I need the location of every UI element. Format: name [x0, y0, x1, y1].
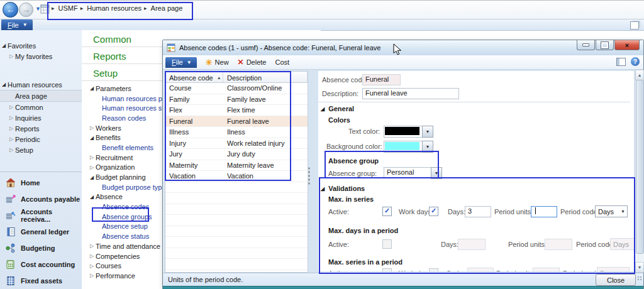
- panel-splitter[interactable]: [308, 71, 311, 271]
- status-text: Units of the period code.: [168, 276, 243, 283]
- column-header-absence-code[interactable]: Absence code▲: [165, 72, 223, 82]
- column-header-description[interactable]: Description: [223, 72, 308, 82]
- sidebar-group-human-resources[interactable]: Human resources: [0, 79, 82, 90]
- expander-collapsed-icon: [88, 155, 96, 160]
- sidebar-group-favorites[interactable]: Favorites: [0, 40, 82, 51]
- expander-collapsed-icon: [8, 147, 15, 153]
- table-row-empty[interactable]: [165, 248, 308, 259]
- sidebar-item-reports[interactable]: Reports: [0, 123, 82, 134]
- scroll-up-icon[interactable]: ▲: [635, 70, 644, 80]
- app-file-menu-button[interactable]: File▼: [1, 19, 33, 30]
- module-budgeting[interactable]: Budgeting: [0, 240, 82, 256]
- work-days-checkbox[interactable]: [429, 268, 438, 271]
- table-row-empty[interactable]: [165, 259, 308, 270]
- chevron-down-icon: ▼: [187, 60, 192, 65]
- absence-codes-dialog: Absence codes (1 - usmf) - Absence code:…: [162, 40, 644, 289]
- module-fixed-assets[interactable]: Fixed assets: [0, 273, 82, 289]
- breadcrumb-item-company[interactable]: USMF: [52, 4, 78, 12]
- days-input[interactable]: [458, 239, 486, 250]
- table-row[interactable]: CourseClassroom/Online: [165, 83, 308, 94]
- sidebar-item-setup[interactable]: Setup: [0, 144, 82, 155]
- days-input[interactable]: 3: [465, 206, 491, 217]
- table-row-empty[interactable]: [165, 204, 308, 215]
- absence-group-label: Absence group:: [328, 170, 377, 177]
- scrollbar-thumb[interactable]: [636, 80, 644, 254]
- table-row[interactable]: VacationVacation: [165, 171, 308, 182]
- table-row[interactable]: JuryJury duty: [165, 149, 308, 160]
- absence-code-field[interactable]: Funeral: [362, 74, 401, 85]
- breadcrumb-item-page[interactable]: Area page: [144, 4, 182, 12]
- new-button[interactable]: ✳New: [206, 58, 229, 67]
- active-checkbox[interactable]: [382, 239, 392, 249]
- module-cost-accounting[interactable]: Cost accounting: [0, 256, 82, 273]
- scroll-down-icon[interactable]: ▼: [635, 262, 644, 273]
- absence-group-dropdown[interactable]: Personal ▼: [384, 167, 442, 179]
- active-checkbox[interactable]: [382, 207, 392, 216]
- dialog-titlebar[interactable]: Absence codes (1 - usmf) - Absence code:…: [163, 40, 643, 55]
- expander-collapsed-icon: [88, 273, 96, 278]
- help-icon[interactable]: ?: [631, 57, 640, 66]
- layout-pane-icon[interactable]: [616, 58, 626, 66]
- sidebar-item-my-favorites[interactable]: My favorites: [0, 51, 82, 62]
- area-page-icon: [40, 4, 50, 15]
- vertical-scrollbar[interactable]: ▲ ▼: [635, 70, 644, 273]
- work-days-checkbox[interactable]: [429, 207, 438, 216]
- cascade-windows-icon[interactable]: [630, 21, 639, 30]
- delete-button[interactable]: ✕Delete: [238, 58, 267, 67]
- chevron-down-icon[interactable]: ▼: [422, 141, 433, 153]
- table-row-empty[interactable]: [165, 193, 308, 204]
- minimize-icon: [582, 43, 589, 46]
- series-input[interactable]: [467, 268, 494, 271]
- chevron-down-icon[interactable]: ▼: [422, 126, 433, 138]
- fixed-assets-icon: [5, 275, 16, 286]
- table-row-selected[interactable]: FuneralFuneral leave: [165, 116, 308, 128]
- expander-collapsed-icon: [88, 253, 96, 259]
- close-button[interactable]: Close: [596, 274, 636, 286]
- description-field[interactable]: Funeral leave: [362, 88, 459, 99]
- period-units-input[interactable]: [531, 206, 557, 217]
- table-row-empty[interactable]: [165, 215, 308, 226]
- module-accounts-payable[interactable]: Accounts payable: [0, 191, 82, 207]
- absence-group-heading: Absence group: [328, 157, 379, 165]
- module-accounts-receivable[interactable]: Accounts receiva...: [0, 207, 82, 224]
- dialog-file-menu-button[interactable]: File▼: [165, 57, 197, 68]
- table-row-empty[interactable]: [165, 182, 308, 194]
- table-row[interactable]: InjuryWork related injury: [165, 138, 308, 150]
- general-section-header[interactable]: ◢General: [321, 105, 354, 112]
- forward-button[interactable]: →: [19, 3, 33, 17]
- table-row[interactable]: IllnessIlness: [165, 127, 308, 138]
- text-color-dropdown[interactable]: ▼: [384, 126, 433, 138]
- minimize-button[interactable]: [577, 40, 595, 50]
- table-row[interactable]: MaternityMaternity leave: [165, 160, 308, 172]
- module-general-ledger[interactable]: General ledger: [0, 224, 82, 240]
- dialog-title: Absence codes (1 - usmf) - Absence code:…: [179, 44, 380, 52]
- table-row-empty[interactable]: [165, 237, 308, 248]
- chevron-down-icon[interactable]: ▼: [431, 167, 442, 179]
- validations-section-header[interactable]: ◢Validations: [321, 185, 365, 192]
- sidebar-item-area-page[interactable]: Area page: [0, 90, 82, 102]
- table-row-empty[interactable]: [165, 226, 308, 237]
- module-home[interactable]: Home: [0, 175, 82, 191]
- period-code-dropdown[interactable]: Days▼: [595, 205, 628, 217]
- resize-grip[interactable]: [637, 276, 642, 281]
- period-code-dropdown[interactable]: Days: [597, 267, 630, 271]
- expander-collapsed-icon: [8, 126, 15, 131]
- sidebar-item-periodic[interactable]: Periodic: [0, 134, 82, 144]
- table-row[interactable]: FamilyFamily leave: [165, 94, 308, 106]
- active-checkbox[interactable]: [382, 268, 392, 271]
- max-days-period-heading: Max. days in a period: [328, 227, 398, 234]
- period-units-input[interactable]: [545, 239, 572, 250]
- back-button[interactable]: ←: [3, 2, 18, 18]
- sidebar-item-common[interactable]: Common: [0, 102, 82, 112]
- sort-ascending-icon: ▲: [217, 75, 221, 80]
- period-code-dropdown[interactable]: Days: [610, 238, 634, 250]
- period-units-input[interactable]: [533, 268, 560, 271]
- cost-button[interactable]: Cost: [275, 58, 289, 66]
- background-color-dropdown[interactable]: ▼: [384, 141, 433, 153]
- sidebar-item-inquiries[interactable]: Inquiries: [0, 112, 82, 123]
- restore-button[interactable]: [596, 40, 614, 50]
- expander-collapsed-icon: [8, 115, 15, 121]
- breadcrumb-item-module[interactable]: Human resources: [80, 4, 142, 12]
- table-row[interactable]: FlexFlex time: [165, 105, 308, 116]
- close-window-button[interactable]: ×: [614, 40, 640, 50]
